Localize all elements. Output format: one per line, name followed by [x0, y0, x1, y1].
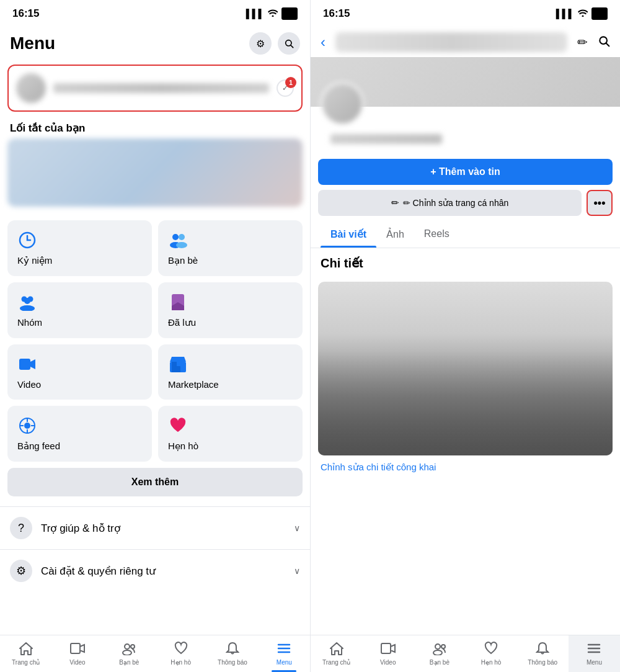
profile-picture [321, 82, 364, 125]
tab-bai-viet[interactable]: Bài viết [321, 221, 376, 248]
menu-label-nhom: Nhóm [17, 317, 142, 328]
edit-icon-button[interactable]: ✏ [577, 35, 588, 50]
more-options-button[interactable]: ••• [587, 190, 613, 216]
nav-item-ban-be-left[interactable]: Bạn bè [104, 635, 155, 672]
right-status-bar: 16:15 ▌▌▌ 81 [311, 0, 620, 27]
svg-marker-37 [391, 645, 395, 652]
friends-nav-icon [121, 642, 137, 659]
nav-label-trang-chu-right: Trang chủ [322, 659, 350, 666]
settings-icon: ⚙ [10, 560, 32, 582]
left-wifi-icon [268, 9, 278, 19]
right-wifi-icon [578, 9, 588, 19]
svg-point-38 [435, 644, 440, 649]
chi-tiet-section: Chi tiết [311, 248, 620, 282]
right-signal-icon: ▌▌▌ [556, 9, 575, 19]
tab-anh[interactable]: Ảnh [376, 221, 414, 248]
help-row[interactable]: ? Trợ giúp & hỗ trợ ∨ [0, 506, 310, 549]
settings-row[interactable]: ⚙ Cài đặt & quyền riêng tư ∨ [0, 549, 310, 592]
nav-item-menu-left[interactable]: Menu [259, 635, 310, 672]
friends-icon [168, 230, 188, 250]
nav-item-trang-chu-right[interactable]: Trang chủ [311, 635, 362, 672]
back-button[interactable]: ‹ [321, 34, 326, 51]
menu-label-video: Video [17, 379, 142, 390]
svg-point-19 [24, 423, 30, 429]
nav-label-ban-be-right: Bạn bè [430, 659, 450, 666]
saved-icon [168, 292, 188, 312]
tab-reels[interactable]: Reels [414, 221, 459, 248]
groups-icon [17, 292, 37, 312]
edit-details-link[interactable]: Chỉnh sửa chi tiết công khai [311, 455, 620, 479]
settings-label: Cài đặt & quyền riêng tư [41, 565, 156, 578]
menu-item-marketplace[interactable]: Marketplace [158, 344, 303, 400]
profile-card[interactable]: ✓ 1 [7, 65, 303, 112]
svg-point-6 [176, 242, 187, 248]
profile-content-image [318, 282, 613, 455]
left-page-title: Menu [10, 34, 55, 53]
video-icon [17, 354, 37, 374]
nav-item-video-left[interactable]: Video [51, 635, 103, 672]
nav-label-thong-bao-right: Thông báo [528, 659, 557, 666]
profile-expand-button[interactable]: ✓ 1 [277, 79, 294, 97]
notification-badge: 1 [285, 77, 296, 88]
svg-point-10 [20, 305, 35, 311]
svg-marker-26 [80, 645, 84, 652]
marketplace-icon [168, 354, 188, 374]
nav-item-video-right[interactable]: Video [362, 635, 414, 672]
avatar [16, 73, 46, 103]
menu-item-nhom[interactable]: Nhóm [7, 282, 152, 338]
left-panel: 16:15 ▌▌▌ 81 Menu ⚙ ✓ 1 Lối tắt của bạn [0, 0, 310, 672]
search-button[interactable] [278, 32, 300, 55]
right-panel: 16:15 ▌▌▌ 81 ‹ ✏ + Thêm v [310, 0, 620, 672]
menu-item-ky-niem[interactable]: Kỷ niệm [7, 220, 152, 276]
nav-item-hen-ho-left[interactable]: Hẹn hò [155, 635, 206, 672]
nav-label-video-left: Video [69, 659, 85, 666]
svg-point-27 [125, 644, 130, 649]
menu-label-hen-ho: Hẹn hò [168, 441, 293, 452]
dating-icon [168, 416, 188, 436]
menu-item-bang-feed[interactable]: Bảng feed [7, 406, 152, 462]
svg-line-34 [606, 43, 609, 46]
svg-point-28 [123, 650, 131, 655]
menu-label-ban-be: Bạn bè [168, 255, 293, 266]
right-bottom-nav: Trang chủ Video Bạn bè Hẹn hò Thông báo [311, 635, 620, 672]
menu-item-ban-be[interactable]: Bạn bè [158, 220, 303, 276]
menu-item-video[interactable]: Video [7, 344, 152, 400]
nav-item-thong-bao-left[interactable]: Thông báo [206, 635, 258, 672]
left-status-icons: ▌▌▌ 81 [246, 7, 298, 20]
add-to-story-button[interactable]: + Thêm vào tin [318, 159, 613, 185]
left-header: Menu ⚙ [0, 27, 310, 60]
menu-label-bang-feed: Bảng feed [17, 441, 142, 452]
svg-rect-25 [71, 643, 80, 653]
menu-item-da-luu[interactable]: Đã lưu [158, 282, 303, 338]
nav-item-thong-bao-right[interactable]: Thông báo [517, 635, 569, 672]
nav-item-ban-be-right[interactable]: Bạn bè [414, 635, 465, 672]
video-nav-icon [70, 642, 85, 659]
nav-label-video-right: Video [380, 659, 396, 666]
svg-rect-36 [381, 643, 391, 653]
svg-rect-13 [19, 359, 30, 370]
nav-item-trang-chu-left[interactable]: Trang chủ [0, 635, 51, 672]
svg-marker-35 [330, 643, 343, 655]
nav-item-hen-ho-right[interactable]: Hẹn hò [466, 635, 517, 672]
settings-button[interactable]: ⚙ [249, 32, 272, 55]
dating-nav-icon [174, 642, 188, 659]
right-search-button[interactable] [598, 35, 610, 50]
menu-item-hen-ho[interactable]: Hẹn hò [158, 406, 303, 462]
profile-name-header [335, 32, 567, 52]
menu-nav-icon [277, 642, 291, 659]
svg-point-29 [131, 645, 135, 648]
svg-marker-24 [20, 643, 32, 655]
right-status-icons: ▌▌▌ 81 [556, 7, 608, 20]
see-more-button[interactable]: Xem thêm [7, 468, 303, 496]
edit-profile-button[interactable]: ✏ ✏ Chỉnh sửa trang cá nhân [318, 190, 582, 216]
nav-label-menu-left: Menu [277, 659, 292, 666]
help-label: Trợ giúp & hỗ trợ [41, 522, 120, 535]
friends-nav-icon-right [432, 642, 448, 659]
nav-item-menu-right[interactable]: Menu [569, 635, 620, 672]
shortcuts-banner [7, 138, 303, 207]
clock-icon [17, 230, 37, 250]
nav-label-hen-ho-left: Hẹn hò [170, 659, 191, 666]
notification-nav-icon-right [536, 642, 549, 659]
more-dots-icon: ••• [594, 197, 606, 210]
help-chevron-icon: ∨ [294, 523, 300, 533]
